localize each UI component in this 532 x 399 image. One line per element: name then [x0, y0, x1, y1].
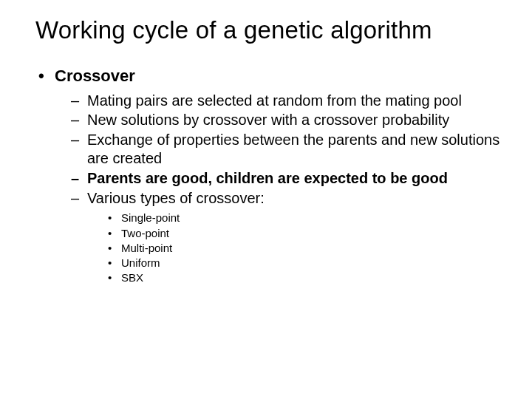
- item-text: Uniform: [121, 256, 160, 269]
- list-item: Multi-point: [108, 241, 501, 256]
- list-item: Various types of crossover: Single-point…: [71, 189, 501, 286]
- bullet-crossover: Crossover Mating pairs are selected at r…: [38, 65, 501, 286]
- item-text: Mating pairs are selected at random from…: [87, 92, 462, 109]
- bullet-label: Crossover: [55, 66, 135, 85]
- item-text: SBX: [121, 271, 143, 284]
- list-item: Exchange of properties between the paren…: [71, 131, 501, 168]
- list-item: Two-point: [108, 226, 501, 241]
- item-text: Two-point: [121, 227, 169, 239]
- list-item: SBX: [108, 270, 501, 285]
- item-text: Multi-point: [121, 242, 172, 254]
- list-item: Uniform: [108, 256, 501, 270]
- bullet-list-level3: Single-point Two-point Multi-point Unifo…: [87, 211, 501, 285]
- slide: Working cycle of a genetic algorithm Cro…: [0, 0, 532, 286]
- item-text: New solutions by crossover with a crosso…: [87, 112, 449, 128]
- list-item: Parents are good, children are expected …: [71, 169, 501, 188]
- item-text: Exchange of properties between the paren…: [87, 132, 499, 167]
- bullet-list-level1: Crossover Mating pairs are selected at r…: [31, 65, 501, 286]
- list-item: Single-point: [108, 211, 501, 225]
- item-text: Various types of crossover:: [87, 190, 265, 206]
- list-item: New solutions by crossover with a crosso…: [71, 111, 501, 130]
- slide-title: Working cycle of a genetic algorithm: [35, 16, 501, 44]
- bullet-list-level2: Mating pairs are selected at random from…: [55, 92, 501, 286]
- item-text: Single-point: [121, 211, 180, 224]
- item-text: Parents are good, children are expected …: [87, 170, 448, 186]
- list-item: Mating pairs are selected at random from…: [71, 92, 501, 111]
